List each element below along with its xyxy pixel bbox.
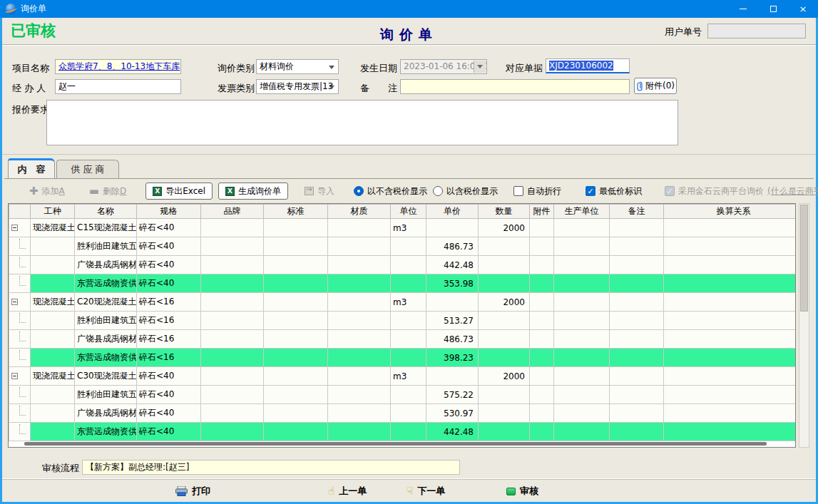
table-cell-gongzhong[interactable] [31, 274, 75, 293]
table-cell-biaozhun[interactable] [264, 237, 328, 256]
table-cell-fujian[interactable] [530, 423, 554, 441]
table-cell-fujian[interactable] [530, 312, 554, 330]
table-cell-caizhi[interactable] [328, 349, 391, 367]
close-button[interactable]: × [788, 0, 818, 18]
collapse-toggle-icon[interactable] [9, 367, 31, 386]
collapse-toggle-icon[interactable] [9, 219, 31, 237]
column-header[interactable]: 换算关系 [664, 205, 797, 219]
table-cell-beizhu[interactable] [610, 367, 664, 386]
table-cell-danwei[interactable]: m3 [391, 219, 426, 237]
table-cell-mingcheng[interactable]: 广饶县成禹钢材销 [75, 256, 137, 274]
table-cell-fujian[interactable] [530, 386, 554, 404]
table-cell-gongzhong[interactable] [31, 237, 75, 256]
table-cell-beizhu[interactable] [610, 237, 664, 256]
table-cell-pinpai[interactable] [201, 274, 264, 293]
column-header[interactable]: 生产单位 [554, 205, 610, 219]
table-cell-shuliang[interactable]: 2000 [479, 367, 530, 386]
table-cell-mingcheng[interactable]: 胜利油田建筑五金 [75, 237, 137, 256]
horizontal-scrollbar-thumb[interactable] [24, 442, 767, 446]
table-cell-shengchandanwei[interactable] [554, 367, 610, 386]
table-cell-gongzhong[interactable] [31, 330, 75, 349]
table-cell-shengchandanwei[interactable] [554, 219, 610, 237]
table-cell-gongzhong[interactable] [31, 256, 75, 274]
vertical-scrollbar-thumb[interactable] [800, 205, 808, 312]
table-cell-guige[interactable]: 碎石<40 [137, 219, 201, 237]
table-row[interactable]: 现浇混凝土C30现浇混凝土碎石<40m32000 [9, 367, 797, 386]
checkbox-auto-wrap[interactable]: 自动折行 [513, 185, 561, 197]
table-cell-caizhi[interactable] [328, 367, 391, 386]
table-row-lowest-price[interactable]: 东营远成物资供应碎石<40353.98 [9, 274, 797, 293]
table-row[interactable]: 广饶县成禹钢材销碎石<16486.73 [9, 330, 797, 349]
collapse-toggle-icon[interactable] [9, 293, 31, 312]
table-cell-huansuan[interactable] [664, 237, 797, 256]
table-cell-pinpai[interactable] [201, 293, 264, 312]
table-cell-biaozhun[interactable] [264, 312, 328, 330]
refdoc-field[interactable]: XJD230106002 [546, 58, 630, 73]
table-cell-danwei[interactable] [391, 312, 426, 330]
table-cell-mingcheng[interactable]: C20现浇混凝土 [75, 293, 137, 312]
table-row[interactable]: 胜利油田建筑五金碎石<40486.73 [9, 237, 797, 256]
table-cell-fujian[interactable] [530, 349, 554, 367]
table-cell-huansuan[interactable] [664, 423, 797, 441]
table-cell-biaozhun[interactable] [264, 274, 328, 293]
column-header[interactable]: 单位 [391, 205, 426, 219]
column-header[interactable]: 数量 [479, 205, 530, 219]
table-cell-pinpai[interactable] [201, 386, 264, 404]
audit-flow-field[interactable]: 【新方案】副总经理:[赵三] [82, 460, 460, 475]
table-cell-fujian[interactable] [530, 256, 554, 274]
user-no-field[interactable] [707, 24, 806, 38]
column-header[interactable]: 规格 [137, 205, 201, 219]
column-header[interactable]: 标准 [264, 205, 328, 219]
table-cell-pinpai[interactable] [201, 330, 264, 349]
table-cell-danwei[interactable] [391, 349, 426, 367]
column-header[interactable]: 工种 [31, 205, 75, 219]
table-cell-shuliang[interactable]: 2000 [479, 293, 530, 312]
table-row[interactable]: 现浇混凝土C15现浇混凝土碎石<40m32000 [9, 219, 797, 237]
table-cell-shuliang[interactable]: 2000 [479, 219, 530, 237]
table-row[interactable]: 现浇混凝土C20现浇混凝土碎石<16m32000 [9, 293, 797, 312]
table-cell-mingcheng[interactable]: 胜利油田建筑五金 [75, 386, 137, 404]
table-cell-danjia[interactable]: 486.73 [426, 237, 479, 256]
table-cell-fujian[interactable] [530, 367, 554, 386]
table-cell-shengchandanwei[interactable] [554, 312, 610, 330]
table-cell-guige[interactable]: 碎石<16 [137, 330, 201, 349]
table-cell-huansuan[interactable] [664, 386, 797, 404]
table-cell-beizhu[interactable] [610, 349, 664, 367]
table-cell-biaozhun[interactable] [264, 423, 328, 441]
table-cell-huansuan[interactable] [664, 312, 797, 330]
table-cell-danjia[interactable] [426, 367, 479, 386]
table-cell-biaozhun[interactable] [264, 293, 328, 312]
table-cell-pinpai[interactable] [201, 367, 264, 386]
table-cell-caizhi[interactable] [328, 256, 391, 274]
table-row-lowest-price[interactable]: 东营远成物资供应碎石<40442.48 [9, 423, 797, 441]
table-cell-huansuan[interactable] [664, 219, 797, 237]
table-cell-fujian[interactable] [530, 293, 554, 312]
quote-req-textarea[interactable] [46, 100, 678, 145]
table-cell-caizhi[interactable] [328, 274, 391, 293]
prev-doc-button[interactable]: ☝ 上一单 [328, 485, 367, 498]
table-cell-gongzhong[interactable] [31, 349, 75, 367]
table-cell-shengchandanwei[interactable] [554, 293, 610, 312]
table-cell-fujian[interactable] [530, 237, 554, 256]
table-cell-biaozhun[interactable] [264, 349, 328, 367]
table-cell-caizhi[interactable] [328, 312, 391, 330]
table-cell-gongzhong[interactable]: 现浇混凝土 [31, 293, 75, 312]
maximize-button[interactable] [758, 0, 788, 18]
tab-supplier[interactable]: 供 应 商 [56, 160, 119, 178]
radio-with-tax[interactable]: 以含税价显示 [433, 185, 498, 197]
table-cell-shuliang[interactable] [479, 274, 530, 293]
table-cell-shengchandanwei[interactable] [554, 386, 610, 404]
table-cell-pinpai[interactable] [201, 404, 264, 423]
table-cell-gongzhong[interactable] [31, 312, 75, 330]
table-cell-gongzhong[interactable] [31, 423, 75, 441]
remark-field[interactable] [400, 79, 630, 94]
table-cell-biaozhun[interactable] [264, 256, 328, 274]
table-cell-huansuan[interactable] [664, 349, 797, 367]
table-cell-mingcheng[interactable]: 东营远成物资供应 [75, 423, 137, 441]
table-cell-shuliang[interactable] [479, 237, 530, 256]
table-cell-huansuan[interactable] [664, 404, 797, 423]
audit-button[interactable]: 审核 [506, 485, 538, 498]
table-cell-beizhu[interactable] [610, 274, 664, 293]
table-cell-gongzhong[interactable]: 现浇混凝土 [31, 219, 75, 237]
table-cell-danwei[interactable] [391, 330, 426, 349]
